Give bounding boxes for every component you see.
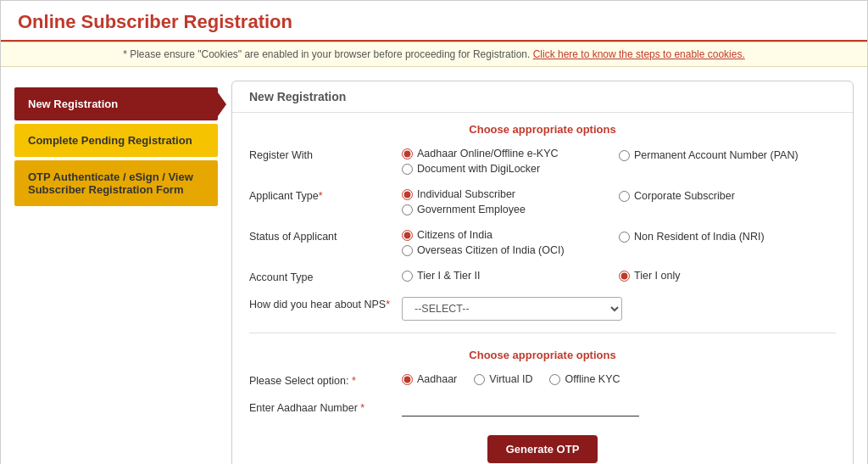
radio-virtual-id[interactable]: Virtual ID (474, 373, 532, 385)
sidebar-item-complete-pending[interactable]: Complete Pending Registration (14, 124, 218, 157)
register-with-row: Register With Aadhaar Online/Offline e-K… (232, 141, 853, 182)
how-did-you-hear-label: How did you hear about NPS* (249, 297, 402, 310)
form-panel: New Registration Choose appropriate opti… (231, 81, 854, 464)
sidebar-item-new-registration[interactable]: New Registration (14, 87, 218, 120)
sidebar: New Registration Complete Pending Regist… (14, 81, 218, 464)
cookie-notice-text: * Please ensure "Cookies" are enabled in… (123, 48, 530, 60)
account-type-label: Account Type (249, 270, 402, 283)
aadhaar-number-input[interactable] (402, 400, 639, 416)
radio-corporate[interactable]: Corporate Subscriber (619, 190, 735, 202)
register-with-controls: Aadhaar Online/Offline e-KYC Document wi… (402, 148, 836, 175)
form-panel-title: New Registration (232, 81, 853, 113)
divider (249, 333, 836, 333)
cookie-notice-link[interactable]: Click here to know the steps to enable c… (533, 48, 745, 60)
choose-options-heading-1: Choose appropriate options (232, 113, 853, 141)
radio-offline-kyc[interactable]: Offline KYC (549, 373, 620, 385)
page-title: Online Subscriber Registration (18, 11, 850, 33)
radio-nri[interactable]: Non Resident of India (NRI) (619, 231, 765, 243)
how-did-you-hear-controls: --SELECT-- Friend/Relative Advertisement… (402, 297, 836, 321)
radio-citizens-india[interactable]: Citizens of India (402, 229, 619, 241)
aadhaar-number-row: Enter Aadhaar Number * (232, 394, 853, 423)
select-option-row: Please Select option: * Aadhaar Virtual … (232, 366, 853, 394)
sidebar-item-otp-authenticate[interactable]: OTP Authenticate / eSign / View Subscrib… (14, 160, 218, 206)
applicant-type-row: Applicant Type* Individual Subscriber Go… (232, 182, 853, 222)
generate-otp-button[interactable]: Generate OTP (487, 435, 598, 463)
radio-individual[interactable]: Individual Subscriber (402, 188, 619, 200)
how-did-you-hear-select[interactable]: --SELECT-- Friend/Relative Advertisement… (402, 297, 622, 321)
applicant-type-label: Applicant Type* (249, 188, 402, 202)
status-applicant-controls: Citizens of India Overseas Citizen of In… (402, 229, 836, 256)
choose-options-heading-2: Choose appropriate options (232, 338, 853, 366)
status-applicant-row: Status of Applicant Citizens of India Ov… (232, 222, 853, 263)
account-type-controls: Tier I & Tier II Tier I only (402, 270, 836, 282)
radio-tier1-tier2[interactable]: Tier I & Tier II (402, 270, 481, 282)
radio-tier1-only[interactable]: Tier I only (619, 270, 680, 282)
register-with-label: Register With (249, 148, 402, 161)
radio-pan[interactable]: Permanent Account Number (PAN) (619, 149, 798, 161)
radio-oci[interactable]: Overseas Citizen of India (OCI) (402, 244, 619, 256)
aadhaar-number-label: Enter Aadhaar Number * (249, 400, 402, 414)
radio-aadhaar-opt[interactable]: Aadhaar (402, 373, 457, 385)
select-option-label: Please Select option: * (249, 373, 402, 387)
applicant-type-controls: Individual Subscriber Government Employe… (402, 188, 836, 215)
radio-aadhaar-online[interactable]: Aadhaar Online/Offline e-KYC (402, 148, 619, 159)
how-did-you-hear-row: How did you hear about NPS* --SELECT-- F… (232, 290, 853, 327)
radio-digilocker[interactable]: Document with DigiLocker (402, 163, 619, 175)
status-applicant-label: Status of Applicant (249, 229, 402, 243)
aadhaar-number-controls (402, 400, 836, 416)
radio-govt-employee[interactable]: Government Employee (402, 204, 619, 215)
select-option-controls: Aadhaar Virtual ID Offline KYC (402, 373, 836, 385)
account-type-row: Account Type Tier I & Tier II (232, 263, 853, 290)
